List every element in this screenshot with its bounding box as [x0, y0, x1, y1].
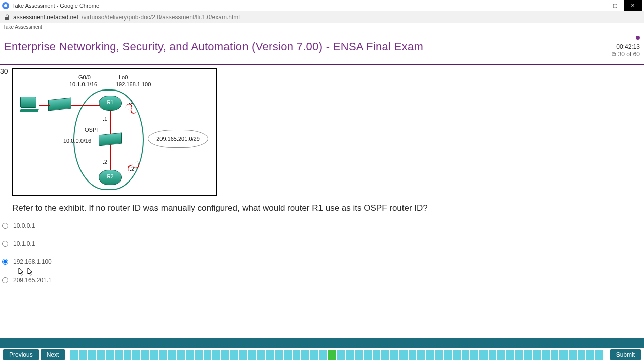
option-radio-3[interactable]: [2, 277, 8, 283]
cloud-net: 209.165.201.0/29: [148, 130, 208, 148]
link: [110, 111, 111, 134]
progress-cell-14[interactable]: [186, 350, 194, 360]
exam-title: Enterprise Networking, Security, and Aut…: [4, 40, 423, 53]
progress-cell-46[interactable]: [470, 350, 478, 360]
window-maximize[interactable]: ▢: [606, 0, 624, 11]
pc-icon: [20, 97, 41, 112]
footer-teal-bar: [0, 338, 644, 348]
option-label-3: 209.165.201.1: [13, 277, 52, 284]
progress-cell-40[interactable]: [417, 350, 425, 360]
link: [39, 105, 50, 106]
question-content: 30 R1 R2 209.165.201.0/29 G0/0 10.1.0.1/…: [0, 65, 644, 338]
progress-cell-39[interactable]: [409, 350, 417, 360]
option-0[interactable]: 10.0.0.1: [2, 222, 642, 229]
chrome-favicon: [2, 2, 9, 9]
progress-cell-19[interactable]: [230, 350, 238, 360]
progress-cell-34[interactable]: [364, 350, 372, 360]
progress-cell-12[interactable]: [168, 350, 176, 360]
link: [71, 105, 100, 106]
progress-cell-36[interactable]: [381, 350, 389, 360]
next-button[interactable]: Next: [41, 349, 65, 360]
progress-cell-16[interactable]: [204, 350, 212, 360]
progress-cell-21[interactable]: [248, 350, 256, 360]
address-bar[interactable]: assessment.netacad.net/virtuoso/delivery…: [0, 11, 644, 23]
progress-cell-27[interactable]: [301, 350, 309, 360]
progress-cell-11[interactable]: [159, 350, 167, 360]
progress-cell-30[interactable]: [328, 350, 336, 360]
progress-cell-48[interactable]: [489, 350, 497, 360]
progress-cell-6[interactable]: [115, 350, 123, 360]
option-1[interactable]: 10.1.0.1: [2, 240, 642, 247]
progress-cell-7[interactable]: [124, 350, 132, 360]
progress-cell-18[interactable]: [221, 350, 229, 360]
progress-cell-50[interactable]: [506, 350, 514, 360]
progress-cell-2[interactable]: [79, 350, 87, 360]
progress-cell-22[interactable]: [257, 350, 265, 360]
switch-icon: [48, 97, 71, 111]
option-2[interactable]: 192.168.1.100: [2, 258, 642, 265]
progress-cell-23[interactable]: [266, 350, 274, 360]
exam-timer-block: 00:42:13 ⧉ 30 of 60: [612, 35, 640, 59]
dot1a: .1: [129, 99, 133, 105]
dot2a: .2: [103, 159, 107, 165]
progress-cell-51[interactable]: [515, 350, 523, 360]
progress-cell-43[interactable]: [444, 350, 452, 360]
option-label-0: 10.0.0.1: [13, 222, 35, 229]
window-close[interactable]: ✕: [624, 0, 642, 11]
progress-cell-55[interactable]: [551, 350, 559, 360]
switch2-icon: [99, 132, 122, 146]
url-path: /virtuoso/delivery/pub-doc/2.0/assessmen…: [82, 14, 240, 21]
progress-cell-47[interactable]: [479, 350, 488, 360]
progress-cell-15[interactable]: [195, 350, 203, 360]
submit-button[interactable]: Submit: [610, 349, 641, 360]
progress-cell-33[interactable]: [355, 350, 363, 360]
progress-cell-56[interactable]: [559, 350, 568, 360]
progress-cell-10[interactable]: [150, 350, 158, 360]
page-tab-label: Take Assessment: [0, 23, 644, 32]
progress-cell-32[interactable]: [346, 350, 354, 360]
progress-cell-57[interactable]: [569, 350, 577, 360]
progress-cell-42[interactable]: [435, 350, 443, 360]
answer-options: 10.0.0.1 10.1.0.1 192.168.1.100 209.165.…: [2, 222, 642, 284]
progress-cell-58[interactable]: [578, 350, 586, 360]
progress-cell-1[interactable]: [70, 350, 78, 360]
progress-cell-20[interactable]: [239, 350, 247, 360]
progress-cell-52[interactable]: [524, 350, 532, 360]
progress-cell-5[interactable]: [106, 350, 114, 360]
progress-cell-31[interactable]: [337, 350, 345, 360]
nav-footer: Previous Next Submit: [0, 348, 644, 362]
g00-label: G0/0: [78, 74, 91, 80]
progress-cell-29[interactable]: [319, 350, 328, 360]
progress-cell-9[interactable]: [141, 350, 149, 360]
progress-cell-53[interactable]: [533, 350, 541, 360]
g00-ip: 10.1.0.1/16: [69, 81, 97, 87]
progress-cell-38[interactable]: [399, 350, 408, 360]
progress-cell-25[interactable]: [284, 350, 292, 360]
link: [110, 145, 111, 170]
progress-cell-44[interactable]: [453, 350, 461, 360]
progress-cell-45[interactable]: [462, 350, 470, 360]
progress-cell-24[interactable]: [275, 350, 283, 360]
progress-cell-41[interactable]: [426, 350, 434, 360]
progress-cell-49[interactable]: [497, 350, 505, 360]
window-minimize[interactable]: —: [588, 0, 606, 11]
progress-cell-3[interactable]: [88, 350, 96, 360]
progress-cell-59[interactable]: [586, 350, 594, 360]
progress-cell-28[interactable]: [310, 350, 318, 360]
progress-cell-13[interactable]: [177, 350, 185, 360]
progress-cell-8[interactable]: [132, 350, 140, 360]
progress-cell-37[interactable]: [390, 350, 398, 360]
ospf-net: 10.0.0.0/16: [63, 138, 91, 144]
progress-cell-26[interactable]: [293, 350, 301, 360]
progress-cell-4[interactable]: [97, 350, 105, 360]
progress-cell-17[interactable]: [212, 350, 220, 360]
option-radio-0[interactable]: [2, 223, 8, 229]
option-3[interactable]: 209.165.201.1: [2, 277, 642, 284]
progress-cell-60[interactable]: [595, 350, 603, 360]
progress-cell-54[interactable]: [542, 350, 550, 360]
router-r2: R2: [99, 170, 122, 185]
option-radio-1[interactable]: [2, 241, 8, 247]
option-radio-2[interactable]: [2, 259, 8, 265]
previous-button[interactable]: Previous: [3, 349, 39, 360]
progress-cell-35[interactable]: [373, 350, 381, 360]
